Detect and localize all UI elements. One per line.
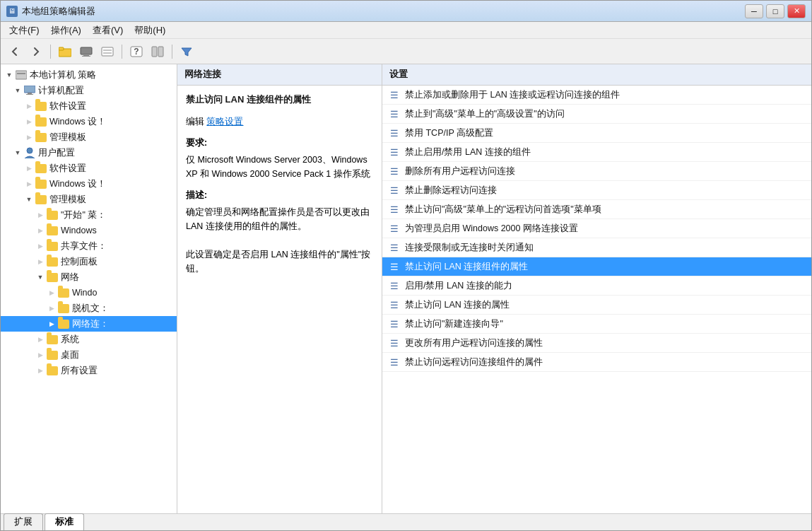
tree-label-network: 网络 bbox=[61, 272, 79, 284]
tree-item-computer-config[interactable]: ▼ 计算机配置 bbox=[1, 83, 177, 98]
tree-item-all-settings[interactable]: ▶ 所有设置 bbox=[1, 363, 177, 378]
settings-item-6[interactable]: ☰ 禁止访问"高级"菜单上的"远程访问首选项"菜单项 bbox=[382, 200, 811, 219]
tree-label-control: 控制面板 bbox=[61, 256, 98, 268]
tree-item-network-conn[interactable]: ▶ 网络连： bbox=[1, 316, 177, 332]
right-header-text: 设置 bbox=[389, 69, 408, 79]
tab-expand[interactable]: 扩展 bbox=[4, 513, 43, 530]
settings-icon-4: ☰ bbox=[388, 165, 401, 177]
svg-point-17 bbox=[27, 148, 33, 153]
console-button[interactable] bbox=[76, 42, 96, 61]
settings-label-5: 禁止删除远程访问连接 bbox=[405, 185, 497, 197]
tree-label-windows2: Windows bbox=[61, 226, 97, 235]
settings-icon-10: ☰ bbox=[388, 279, 401, 292]
tree-item-windo[interactable]: ▶ Windo bbox=[1, 285, 177, 300]
settings-label-12: 禁止访问"新建连接向导" bbox=[405, 318, 503, 330]
tree-item-user-admin[interactable]: ▼ 管理模板 bbox=[1, 192, 177, 207]
tree-item-shared[interactable]: ▶ 共享文件： bbox=[1, 238, 177, 254]
settings-icon-9: ☰ bbox=[388, 260, 401, 273]
settings-item-14[interactable]: ☰ 禁止访问远程访问连接组件的属件 bbox=[382, 353, 811, 372]
tree-item-kaishi[interactable]: ▶ "开始" 菜： bbox=[1, 207, 177, 223]
tree-label-user: 用户配置 bbox=[38, 147, 75, 159]
tree-icon-computer bbox=[23, 84, 36, 97]
settings-item-7[interactable]: ☰ 为管理员启用 Windows 2000 网络连接设置 bbox=[382, 219, 811, 238]
tree-label-admin: 管理模板 bbox=[49, 132, 86, 144]
settings-item-0[interactable]: ☰ 禁止添加或删除用于 LAN 连接或远程访问连接的组件 bbox=[382, 86, 811, 105]
tree-icon-network-folder bbox=[46, 271, 59, 284]
expand-windows: ▶ bbox=[23, 116, 35, 127]
expand-control: ▶ bbox=[35, 256, 46, 267]
tree-label-software: 软件设置 bbox=[49, 100, 86, 112]
settings-label-4: 删除所有用户远程访问连接 bbox=[405, 165, 515, 177]
tree-item-offline[interactable]: ▶ 脱机文： bbox=[1, 300, 177, 316]
tree-item-user-software[interactable]: ▶ 软件设置 bbox=[1, 161, 177, 176]
settings-icon-12: ☰ bbox=[388, 317, 401, 330]
settings-item-5[interactable]: ☰ 禁止删除远程访问连接 bbox=[382, 181, 811, 200]
expand-user-admin: ▼ bbox=[23, 194, 35, 205]
panel-button[interactable] bbox=[148, 42, 167, 61]
tree-label-computer: 计算机配置 bbox=[38, 85, 84, 97]
forward-button[interactable] bbox=[26, 42, 46, 61]
tree-label-windo: Windo bbox=[72, 288, 97, 298]
expand-all: ▶ bbox=[35, 365, 46, 376]
expand-computer: ▼ bbox=[12, 85, 23, 96]
tree-item-control-panel[interactable]: ▶ 控制面板 bbox=[1, 254, 177, 269]
settings-item-13[interactable]: ☰ 更改所有用户远程访问连接的属性 bbox=[382, 334, 811, 353]
tree-item-user-config[interactable]: ▼ 用户配置 bbox=[1, 145, 177, 161]
tree-label-kaishi: "开始" 菜： bbox=[61, 209, 106, 221]
tree-item-network[interactable]: ▼ 网络 bbox=[1, 269, 177, 285]
settings-label-6: 禁止访问"高级"菜单上的"远程访问首选项"菜单项 bbox=[405, 204, 601, 216]
expand-admin: ▶ bbox=[23, 132, 35, 143]
settings-icon-7: ☰ bbox=[388, 222, 401, 235]
expand-user-windows: ▶ bbox=[23, 178, 35, 189]
minimize-button[interactable]: ─ bbox=[745, 4, 763, 18]
tree-icon-windows2-folder bbox=[46, 224, 59, 237]
expand-offline: ▶ bbox=[46, 303, 57, 314]
help-button[interactable]: ? bbox=[126, 42, 146, 61]
policy-settings-link[interactable]: 策略设置 bbox=[206, 117, 243, 127]
folder-button[interactable] bbox=[55, 42, 75, 61]
menu-help[interactable]: 帮助(H) bbox=[129, 23, 171, 38]
menu-view[interactable]: 查看(V) bbox=[87, 23, 129, 38]
menu-file[interactable]: 文件(F) bbox=[4, 23, 45, 38]
menu-action[interactable]: 操作(A) bbox=[45, 23, 87, 38]
close-button[interactable]: ✕ bbox=[787, 4, 806, 18]
settings-item-12[interactable]: ☰ 禁止访问"新建连接向导" bbox=[382, 315, 811, 334]
tree-item-windows-settings[interactable]: ▶ Windows 设！ bbox=[1, 114, 177, 129]
maximize-button[interactable]: □ bbox=[766, 4, 784, 18]
tree-item-windows2[interactable]: ▶ Windows bbox=[1, 223, 177, 238]
requirements-title: 要求: bbox=[186, 136, 373, 150]
svg-rect-15 bbox=[28, 93, 32, 94]
filter-button[interactable] bbox=[177, 42, 196, 61]
tree-item-user-windows[interactable]: ▶ Windows 设！ bbox=[1, 176, 177, 192]
settings-label-14: 禁止访问远程访问连接组件的属件 bbox=[405, 356, 543, 368]
tab-standard[interactable]: 标准 bbox=[45, 513, 84, 530]
tree-item-system[interactable]: ▶ 系统 bbox=[1, 332, 177, 347]
back-button[interactable] bbox=[5, 42, 25, 61]
view-button[interactable] bbox=[98, 42, 117, 61]
expand-netconn: ▶ bbox=[46, 318, 57, 329]
settings-item-10[interactable]: ☰ 启用/禁用 LAN 连接的能力 bbox=[382, 276, 811, 296]
toolbar-separator-3 bbox=[172, 45, 172, 59]
tree-item-root[interactable]: ▼ 本地计算机 策略 bbox=[1, 67, 177, 83]
settings-item-4[interactable]: ☰ 删除所有用户远程访问连接 bbox=[382, 162, 811, 181]
svg-rect-11 bbox=[158, 47, 163, 57]
tree-label-desktop: 桌面 bbox=[61, 349, 79, 361]
tree-icon-software-folder bbox=[35, 100, 47, 112]
right-panel: 设置 ☰ 禁止添加或删除用于 LAN 连接或远程访问连接的组件 ☰ 禁止到"高级… bbox=[382, 64, 811, 513]
settings-item-2[interactable]: ☰ 禁用 TCP/IP 高级配置 bbox=[382, 124, 811, 143]
settings-item-1[interactable]: ☰ 禁止到"高级"菜单上的"高级设置"的访问 bbox=[382, 105, 811, 124]
settings-item-8[interactable]: ☰ 连接受限制或无连接时关闭通知 bbox=[382, 238, 811, 257]
settings-item-9[interactable]: ☰ 禁止访问 LAN 连接组件的属性 bbox=[382, 257, 811, 276]
tree-item-admin-templates[interactable]: ▶ 管理模板 bbox=[1, 129, 177, 145]
console-icon bbox=[80, 46, 93, 57]
tree-icon-user bbox=[23, 146, 36, 159]
settings-item-11[interactable]: ☰ 禁止访问 LAN 连接的属性 bbox=[382, 296, 811, 315]
settings-label-2: 禁用 TCP/IP 高级配置 bbox=[405, 127, 493, 139]
tree-item-software-settings[interactable]: ▶ 软件设置 bbox=[1, 98, 177, 114]
tree-item-desktop[interactable]: ▶ 桌面 bbox=[1, 347, 177, 363]
tree-label-user-software: 软件设置 bbox=[49, 163, 86, 175]
settings-item-3[interactable]: ☰ 禁止启用/禁用 LAN 连接的组件 bbox=[382, 143, 811, 162]
tree-label-user-windows: Windows 设！ bbox=[49, 178, 106, 190]
window-title: 本地组策略编辑器 bbox=[22, 5, 95, 18]
title-bar-left: 🖥 本地组策略编辑器 bbox=[6, 5, 95, 18]
